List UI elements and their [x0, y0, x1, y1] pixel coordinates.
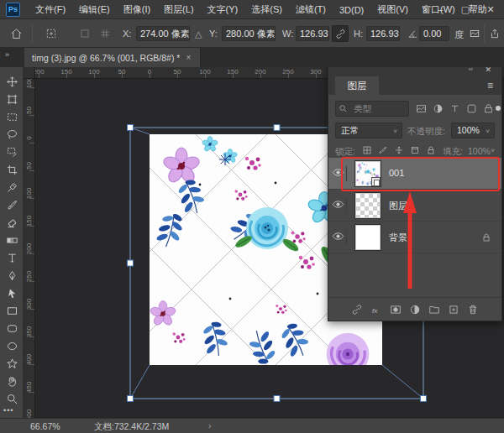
chevron-down-icon: ˅ [486, 124, 490, 138]
more-tools-icon[interactable]: ••• [3, 406, 13, 415]
width-scale-field[interactable]: 126.93% [296, 26, 329, 41]
transform-handle-top-center[interactable] [274, 125, 280, 131]
minimize-button[interactable]: – [428, 0, 452, 18]
y-label: Y: [209, 29, 218, 39]
new-group-icon[interactable] [428, 303, 441, 316]
pen-tool-icon[interactable] [4, 268, 19, 283]
layer-thumbnail[interactable] [355, 193, 381, 218]
custom-shape-tool-icon[interactable] [4, 356, 19, 371]
chevron-down-icon: ˅ [393, 124, 397, 138]
menu-item[interactable]: 视图(V) [370, 3, 415, 16]
maintain-aspect-ratio-icon[interactable] [332, 25, 349, 42]
toggle-reference-icon[interactable] [77, 26, 92, 41]
gradient-tool-icon[interactable] [4, 232, 19, 248]
reference-point-icon[interactable] [44, 26, 59, 41]
layers-tab[interactable]: 图层 [335, 76, 379, 95]
tab-close-icon[interactable]: × [180, 53, 197, 62]
ruler-corner [24, 67, 35, 79]
eyedropper-tool-icon[interactable] [4, 180, 19, 195]
filter-type-layers-icon[interactable] [448, 102, 461, 115]
crop-tool-icon[interactable] [4, 162, 19, 177]
menu-item[interactable]: 图层(L) [157, 3, 200, 16]
h-label: H: [354, 29, 363, 39]
lock-all-icon[interactable] [424, 143, 438, 157]
opacity-field[interactable]: 100% ˅ [451, 123, 495, 138]
transform-handle-bottom-center[interactable] [274, 396, 280, 402]
filter-smart-object-icon[interactable] [481, 102, 495, 115]
transform-handle-bottom-right[interactable] [421, 396, 427, 402]
ellipse-tool-icon[interactable] [4, 338, 19, 353]
add-layer-mask-icon[interactable] [389, 303, 402, 316]
menu-item[interactable]: 图像(I) [117, 3, 157, 16]
filter-pixel-layers-icon[interactable] [414, 102, 428, 115]
x-position-field[interactable]: 274.00 像素 [136, 26, 190, 41]
x-label: X: [123, 29, 131, 39]
delete-layer-trash-icon[interactable] [466, 303, 480, 316]
type-tool-icon[interactable] [4, 250, 19, 265]
brush-tool-icon[interactable] [4, 197, 19, 212]
lock-transparent-pixels-icon[interactable] [360, 143, 374, 157]
menu-item[interactable]: 文件(F) [29, 3, 72, 16]
relative-delta-icon[interactable]: △ [195, 29, 202, 39]
move-tool-icon[interactable] [4, 74, 19, 89]
height-scale-field[interactable]: 126.93% [366, 26, 400, 41]
zoom-level-field[interactable]: 66.67% [30, 421, 60, 431]
close-button[interactable]: ✕ [479, 0, 502, 18]
visibility-eye-icon[interactable] [332, 230, 347, 245]
opacity-label: 不透明度: [407, 126, 445, 138]
rectangle-tool-icon[interactable] [4, 303, 19, 318]
filter-shape-layers-icon[interactable] [465, 102, 478, 115]
home-icon[interactable] [8, 26, 24, 41]
toolbar-collapse-icon[interactable]: » [5, 50, 9, 59]
vertical-ruler: 10050050100150200250300350400450500 [24, 79, 35, 418]
zoom-tool-icon[interactable] [4, 391, 19, 406]
layer-filter-type-select[interactable]: 类型 [335, 101, 409, 117]
transform-handle-top-left[interactable] [128, 125, 134, 131]
chevron-down-icon: ˅ [491, 147, 495, 154]
transform-handle-middle-left[interactable] [128, 260, 134, 266]
y-position-field[interactable]: 280.00 像素 [222, 26, 276, 41]
new-layer-icon[interactable] [447, 303, 460, 316]
quick-selection-tool-icon[interactable] [4, 144, 19, 159]
menu-item[interactable]: 选择(S) [244, 3, 289, 16]
artboard-tool-icon[interactable] [4, 91, 19, 107]
adjustment-layer-icon[interactable] [408, 303, 422, 316]
document-tab-strip: » timg (3).jpg @ 66.7% (001, RGB/8#) * × [0, 48, 504, 67]
layer-filter-toggle[interactable] [496, 106, 501, 111]
marquee-tool-icon[interactable] [4, 109, 19, 124]
panel-menu-icon[interactable]: ≡ [487, 80, 493, 91]
visibility-eye-icon[interactable] [332, 198, 347, 213]
path-selection-tool-icon[interactable] [4, 285, 19, 300]
transform-handle-bottom-left[interactable] [128, 396, 134, 402]
menu-item[interactable]: 3D(D) [333, 5, 370, 15]
document-tab[interactable]: timg (3).jpg @ 66.7% (001, RGB/8#) * × [24, 48, 201, 67]
panel-tab-row: 图层 ≡ [328, 76, 501, 95]
menu-item[interactable]: 滤镜(T) [289, 3, 333, 16]
maximize-button[interactable]: ▢ [454, 0, 477, 18]
fill-value[interactable]: 100% [468, 146, 491, 156]
layers-panel-bottom-bar: fx [328, 297, 501, 321]
lock-image-pixels-icon[interactable] [376, 143, 390, 157]
grid-icon[interactable] [97, 26, 113, 41]
layer-style-fx-icon[interactable]: fx [370, 303, 383, 316]
blend-mode-select[interactable]: 正常 ˅ [335, 123, 402, 138]
lock-artboard-icon[interactable] [408, 143, 422, 157]
filter-adjustment-layers-icon[interactable] [431, 102, 444, 115]
eraser-tool-icon[interactable] [4, 215, 19, 230]
annotation-red-box [341, 157, 500, 191]
search-icon [339, 104, 348, 113]
layer-thumbnail[interactable] [355, 225, 381, 250]
interpolation-icon[interactable] [467, 26, 482, 41]
lock-position-icon[interactable] [392, 143, 406, 157]
fill-label: 填充: [443, 146, 463, 158]
type-filter-label: 类型 [354, 103, 371, 113]
rounded-rectangle-tool-icon[interactable] [4, 321, 19, 336]
menu-item[interactable]: 文字(Y) [201, 3, 245, 16]
menu-item[interactable]: 编辑(E) [72, 3, 117, 16]
share-export-icon[interactable] [487, 26, 502, 41]
link-layers-icon[interactable] [350, 303, 364, 316]
rotation-angle-field[interactable]: 0.00 [419, 26, 449, 41]
lasso-tool-icon[interactable] [4, 127, 19, 142]
hand-tool-icon[interactable] [4, 373, 19, 389]
status-expand-icon[interactable]: › [208, 420, 212, 430]
